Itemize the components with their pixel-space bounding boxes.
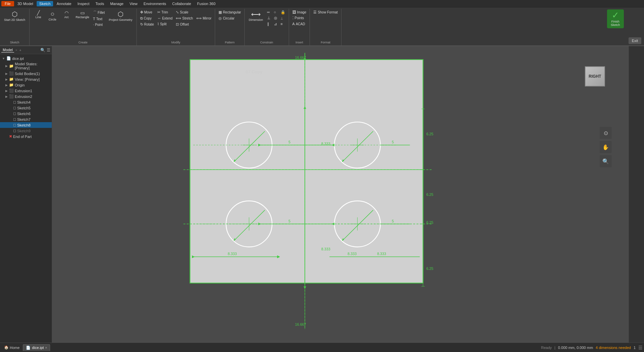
move-button[interactable]: ✥ Move [139, 9, 155, 15]
arc-button[interactable]: ◠ Arc [60, 9, 73, 20]
ribbon-group-pattern: ▦ Rectangular ◎ Circular Pattern [215, 9, 245, 45]
tree-item-view[interactable]: ▶ 📁 View: [Primary] [0, 76, 52, 82]
constrain-9-button[interactable]: ≡ [279, 21, 287, 27]
tree-item-extrusion2[interactable]: ▶ ⬛ Extrusion2 [0, 94, 52, 99]
main-area: Model × + 🔍 ☰ ▼ 📄 dice.ipt ▶ 📁 Model Sta… [0, 46, 644, 343]
menu-environments[interactable]: Environments [141, 1, 169, 6]
rectangular-button[interactable]: ▦ Rectangular [217, 9, 242, 15]
tree-item-end-of-part[interactable]: ▶ ✖ End of Part [0, 134, 52, 139]
modify-col-2: ✂ Trim ↔ Extend ⌇ Split [156, 9, 174, 27]
dimension-button[interactable]: ⟷ Dimension [247, 9, 265, 23]
image-icon: 🖼 [292, 10, 296, 14]
start-2d-sketch-button[interactable]: ⬡ Start 2D Sketch [2, 9, 27, 23]
constrain-1-button[interactable]: ═ [266, 9, 272, 15]
tree-item-solid-bodies[interactable]: ▶ ⬛ Solid Bodies(1) [0, 71, 52, 76]
view-cube[interactable]: RIGHT [585, 66, 608, 90]
tree-item-file[interactable]: ▼ 📄 dice.ipt [0, 56, 52, 61]
ribbon-tools-format: ☰ Show Format [312, 9, 339, 15]
menu-3dmodel[interactable]: 3D Model [15, 1, 36, 6]
rotate-icon: ↻ [140, 22, 143, 27]
pattern-col: ▦ Rectangular ◎ Circular [217, 9, 242, 21]
image-button[interactable]: 🖼 Image [291, 9, 308, 15]
mirror-button[interactable]: ⟺ Mirror [195, 15, 213, 21]
circle-icon: ○ [50, 10, 54, 17]
acad-button[interactable]: A ACAD [291, 21, 308, 27]
active-file-tab[interactable]: 📄 dice.ipt × [23, 344, 50, 351]
text-button[interactable]: T Text [92, 16, 106, 22]
tree-item-origin[interactable]: ▶ 📁 Origin [0, 82, 52, 88]
settings-panel-icon[interactable]: ☰ [47, 48, 50, 52]
circular-button[interactable]: ◎ Circular [217, 15, 242, 21]
home-tab[interactable]: 🏠 Home [1, 345, 22, 350]
split-button[interactable]: ⌇ Split [156, 21, 174, 27]
exit-button[interactable]: Exit [629, 37, 641, 44]
tree-item-sketch6[interactable]: ▶ ◻ Sketch6 [0, 111, 52, 116]
constrain-6-button[interactable]: ⊿ [273, 21, 279, 27]
status-menu-button[interactable]: ☰ [638, 345, 643, 350]
menu-sketch[interactable]: Sketch [37, 1, 53, 6]
ribbon-tools-create: ╱ Line ○ Circle ◠ Arc ▭ Rectangle ⌒ Fill… [32, 9, 134, 27]
insert-group-label: Insert [295, 41, 303, 45]
menu-annotate[interactable]: Annotate [54, 1, 74, 6]
tree-item-model-states[interactable]: ▶ 📁 Model States: [Primary] [0, 61, 52, 71]
add-tab-button[interactable]: + [19, 48, 21, 52]
status-coords: 0.000 mm, 0.000 mm [558, 346, 593, 350]
constrain-5-button[interactable]: ◎ [273, 15, 279, 21]
insert-col: 🖼 Image ⁚ Points A ACAD [291, 9, 308, 27]
sketch-group-label: Sketch [10, 41, 19, 45]
project-geometry-icon: ⬡ [118, 11, 123, 17]
menu-view[interactable]: View [127, 1, 140, 6]
point-button[interactable]: · Point [92, 22, 106, 27]
view-cube-right[interactable]: RIGHT [585, 66, 605, 86]
fillet-button[interactable]: ⌒ Fillet [92, 9, 106, 16]
extend-button[interactable]: ↔ Extend [156, 15, 174, 21]
tree-item-sketch5[interactable]: ▶ ◻ Sketch5 [0, 105, 52, 111]
scale-button[interactable]: ⤡ Scale [174, 9, 194, 15]
tree-item-sketch8[interactable]: ▶ ◻ Sketch8 [0, 122, 52, 128]
constrain-7-button[interactable]: 🔒 [279, 9, 287, 15]
viewport[interactable]: 16.667 16.667 6.25 6.25 6.25 6.25 8.333 … [52, 46, 629, 343]
line-button[interactable]: ╱ Line [32, 9, 45, 20]
rotate-button[interactable]: ↻ Rotate [139, 22, 155, 27]
copy-button[interactable]: ⧉ Copy [139, 15, 155, 21]
offset-button[interactable]: ⊡ Offset [174, 22, 194, 27]
point-icon: · [93, 23, 94, 27]
tree-item-sketch9[interactable]: ▶ ◻ Sketch9 [0, 128, 52, 134]
tree-item-sketch4[interactable]: ▶ ◻ Sketch4 [0, 99, 52, 105]
show-format-button[interactable]: ☰ Show Format [312, 9, 339, 15]
bottom-tabs: 🏠 Home 📄 dice.ipt × Ready | 0.000 mm, 0.… [0, 343, 644, 352]
ribbon-tools-sketch: ⬡ Start 2D Sketch [2, 9, 27, 23]
zoom-button[interactable]: 🔍 [600, 155, 612, 167]
left-panel: Model × + 🔍 ☰ ▼ 📄 dice.ipt ▶ 📁 Model Sta… [0, 46, 52, 343]
menu-tools[interactable]: Tools [93, 1, 107, 6]
constrain-2-button[interactable]: ⊥ [266, 15, 272, 21]
model-tab[interactable]: Model [1, 47, 14, 52]
finish-sketch-button[interactable]: ✓ Finish Sketch [607, 9, 624, 28]
constrain-4-button[interactable]: ○ [273, 9, 279, 15]
constrain-8-button[interactable]: ⟂ [279, 15, 287, 21]
constrain-3-button[interactable]: ∥ [266, 21, 272, 27]
close-file-tab-button[interactable]: × [45, 346, 47, 350]
rectangle-button[interactable]: ▭ Rectangle [74, 9, 91, 20]
stretch-button[interactable]: ⟺ Stretch [174, 15, 194, 21]
trim-button[interactable]: ✂ Trim [156, 9, 174, 15]
menu-file[interactable]: File [1, 1, 14, 6]
svg-rect-1 [190, 60, 423, 283]
circle-button[interactable]: ○ Circle [46, 9, 59, 23]
menu-bar: File 3D Model Sketch Annotate Inspect To… [0, 0, 644, 7]
points-button[interactable]: ⁚ Points [291, 15, 308, 21]
sketch-canvas: 16.667 16.667 6.25 6.25 6.25 6.25 8.333 … [52, 46, 629, 343]
menu-fusion360[interactable]: Fusion 360 [195, 1, 218, 6]
menu-inspect[interactable]: Inspect [75, 1, 92, 6]
search-panel-icon[interactable]: 🔍 [40, 48, 45, 52]
project-geometry-button[interactable]: ⬡ Project Geometry [107, 9, 134, 23]
svg-text:5: 5 [288, 219, 290, 223]
menu-manage[interactable]: Manage [108, 1, 126, 6]
show-format-icon: ☰ [313, 10, 317, 14]
tree-item-sketch7[interactable]: ▶ ◻ Sketch7 [0, 116, 52, 122]
pan-button[interactable]: ✋ [600, 141, 612, 153]
orbit-button[interactable]: ⊙ [600, 127, 612, 139]
modify-col-3: ⤡ Scale ⟺ Stretch ⊡ Offset [174, 9, 194, 27]
tree-item-extrusion1[interactable]: ▶ ⬛ Extrusion1 [0, 88, 52, 94]
menu-collaborate[interactable]: Collaborate [169, 1, 194, 6]
